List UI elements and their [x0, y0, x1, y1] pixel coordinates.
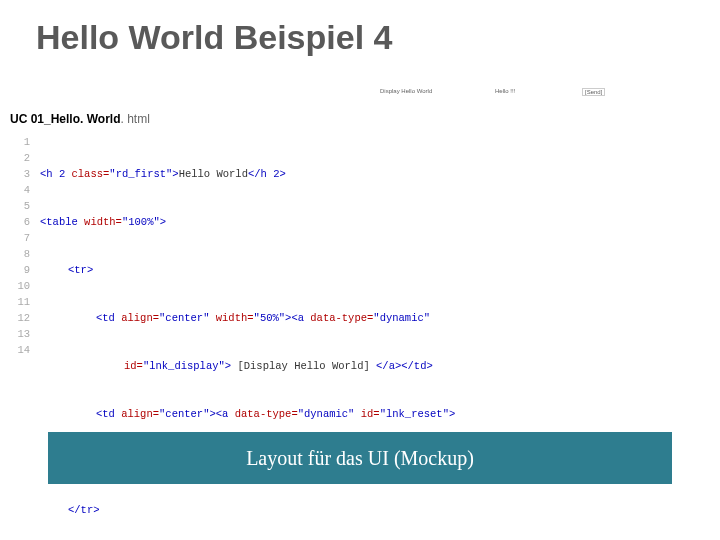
code-line: <tr> [40, 262, 710, 278]
slide-title: Hello World Beispiel 4 [0, 0, 720, 57]
code-line: <td align="center" width="50%"><a data-t… [40, 310, 710, 326]
line-number-gutter: 1 2 3 4 5 6 7 8 9 10 11 12 13 14 [10, 134, 36, 358]
preview-display-link: Display Hello World [380, 88, 432, 94]
code-line: <h 2 class="rd_first">Hello World</h 2> [40, 166, 710, 182]
code-filename: UC 01_Hello. World. html [10, 112, 150, 126]
code-line: id="lnk_display"> [Display Hello World] … [40, 358, 710, 374]
footer-caption-bar: Layout für das UI (Mockup) [48, 432, 672, 484]
code-line: <td align="center"><a data-type="dynamic… [40, 406, 710, 422]
preview-hello-text: Hello !!! [495, 88, 515, 94]
preview-reset-button: [Send] [582, 88, 605, 96]
mini-preview-bar: Display Hello World Hello !!! [Send] [0, 88, 720, 104]
code-line: <table width="100%"> [40, 214, 710, 230]
footer-caption-text: Layout für das UI (Mockup) [246, 447, 474, 470]
code-line: </tr> [40, 502, 710, 518]
